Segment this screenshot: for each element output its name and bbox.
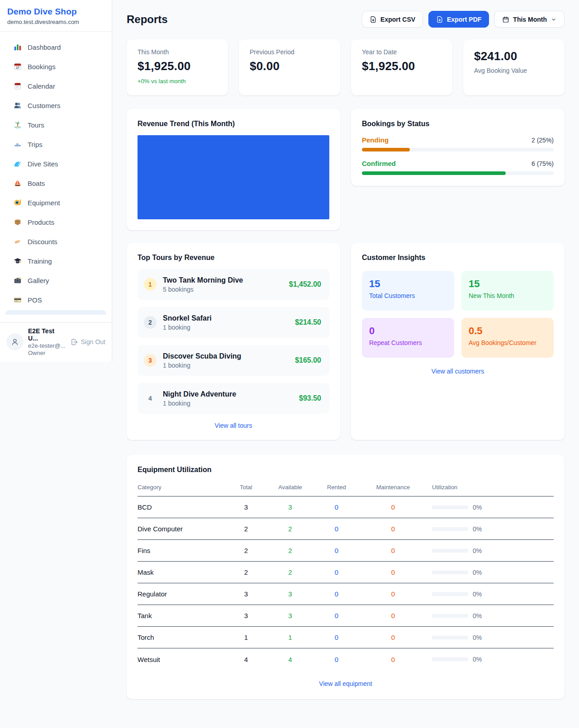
column-header: Total: [223, 484, 269, 491]
sidebar-item-tours[interactable]: Tours: [5, 116, 106, 134]
utilization-pct: 0%: [473, 656, 482, 663]
equipment-category: Tank: [138, 612, 223, 619]
sidebar-item-gallery[interactable]: Gallery: [5, 271, 106, 289]
column-header: Available: [269, 484, 312, 491]
discounts-icon: [14, 237, 22, 246]
stat-card-avg-booking-value: $241.00 Avg Booking Value: [463, 39, 565, 95]
equipment-maintenance: 0: [361, 656, 425, 663]
rank-badge: 2: [144, 316, 157, 329]
export-pdf-label: Export PDF: [447, 16, 481, 23]
sidebar-nav: Dashboard 17 Bookings Calendar Customers…: [0, 32, 112, 322]
equipment-maintenance: 0: [361, 612, 425, 619]
sidebar-item-label: Training: [28, 257, 52, 265]
utilization-pct: 0%: [473, 612, 482, 619]
sidebar-item-dive-sites[interactable]: Dive Sites: [5, 155, 106, 173]
main-content: Reports Export CSV Export PDF This Month…: [112, 0, 579, 726]
calendar-icon: [14, 82, 22, 90]
view-all-equipment-link[interactable]: View all equipment: [138, 680, 554, 687]
equipment-category: Dive Computer: [138, 525, 223, 533]
sidebar-item-products[interactable]: Products: [5, 213, 106, 231]
table-row: BCD 3 3 0 0 0%: [138, 496, 554, 518]
sidebar-item-label: Tours: [28, 121, 44, 129]
bookings-by-status-card: Bookings by Status Pending 2 (25%) Confi…: [351, 109, 565, 186]
stat-value: $0.00: [250, 59, 329, 73]
insight-label: Repeat Customers: [369, 339, 447, 346]
view-all-tours-link[interactable]: View all tours: [138, 422, 329, 429]
utilization-bar: [432, 549, 468, 553]
equipment-rented: 0: [312, 656, 361, 663]
equipment-utilization-card: Equipment Utilization Category Total Ava…: [127, 455, 565, 699]
calendar-outline-icon: [502, 16, 509, 23]
equipment-category: Torch: [138, 633, 223, 641]
sidebar-item-label: Boats: [28, 180, 45, 187]
top-tours-title: Top Tours by Revenue: [138, 254, 329, 262]
shop-name: Demo Dive Shop: [7, 7, 104, 17]
training-icon: [14, 257, 22, 265]
user-role: Owner: [28, 350, 66, 356]
insight-total-customers: 15 Total Customers: [362, 271, 454, 311]
tour-bookings: 1 booking: [163, 362, 289, 369]
sidebar-item-label: Dashboard: [28, 43, 61, 51]
equipment-total: 3: [223, 503, 269, 511]
table-row: Dive Computer 2 2 0 0 0%: [138, 518, 554, 540]
column-header: Rented: [312, 484, 361, 491]
export-pdf-button[interactable]: Export PDF: [428, 11, 489, 28]
utilization-bar: [432, 506, 468, 509]
sidebar-item-pos[interactable]: POS: [5, 291, 106, 309]
sidebar-item-label: Dive Sites: [28, 160, 58, 168]
equipment-rented: 0: [312, 612, 361, 619]
utilization-pct: 0%: [473, 504, 482, 511]
customer-insights-title: Customer Insights: [362, 254, 554, 262]
insight-value: 0: [369, 325, 447, 337]
sidebar-item-reports-active[interactable]: [5, 310, 106, 315]
revenue-trend-title: Revenue Trend (This Month): [138, 120, 329, 128]
sidebar-item-training[interactable]: Training: [5, 252, 106, 270]
equipment-category: Mask: [138, 568, 223, 576]
insights-grid: 15 Total Customers 15 New This Month 0 R…: [362, 271, 554, 358]
sidebar-item-bookings[interactable]: 17 Bookings: [5, 57, 106, 76]
sidebar-item-discounts[interactable]: Discounts: [5, 232, 106, 251]
tour-revenue: $93.50: [299, 394, 321, 402]
page-header: Reports Export CSV Export PDF This Month: [127, 11, 565, 28]
insight-label: Total Customers: [369, 292, 447, 299]
sidebar-item-calendar[interactable]: Calendar: [5, 77, 106, 95]
stat-value: $241.00: [474, 49, 554, 63]
sidebar-item-label: Calendar: [28, 82, 55, 90]
sign-out-button[interactable]: Sign Out: [71, 338, 105, 346]
utilization-bar: [432, 571, 468, 574]
customer-insights-card: Customer Insights 15 Total Customers 15 …: [351, 243, 565, 440]
equipment-maintenance: 0: [361, 633, 425, 641]
user-name: E2E Test U...: [28, 327, 66, 342]
tour-revenue: $165.00: [295, 356, 321, 364]
rank-badge: 4: [144, 392, 157, 405]
equipment-available: 2: [269, 568, 312, 576]
equipment-maintenance: 0: [361, 503, 425, 511]
sidebar-item-equipment[interactable]: Equipment: [5, 194, 106, 212]
utilization-pct: 0%: [473, 591, 482, 598]
boats-icon: [14, 179, 22, 187]
sidebar-item-label: Discounts: [28, 238, 57, 246]
stat-label: Year to Date: [362, 48, 441, 56]
equipment-available: 2: [269, 525, 312, 533]
equipment-category: Wetsuit: [138, 656, 223, 663]
status-count: 2 (25%): [532, 137, 554, 144]
equipment-rented: 0: [312, 525, 361, 533]
file-download-icon: [436, 16, 443, 23]
sidebar-item-trips[interactable]: Trips: [5, 135, 106, 153]
file-download-icon: [370, 16, 377, 23]
sidebar-item-dashboard[interactable]: Dashboard: [5, 38, 106, 56]
revenue-trend-chart: [138, 135, 329, 219]
equipment-category: Fins: [138, 547, 223, 554]
status-label: Pending: [362, 136, 389, 144]
equipment-rented: 0: [312, 547, 361, 554]
status-row-confirmed: Confirmed 6 (75%): [362, 160, 554, 175]
revenue-trend-card: Revenue Trend (This Month): [127, 109, 340, 230]
sidebar-item-customers[interactable]: Customers: [5, 96, 106, 114]
sidebar-item-boats[interactable]: Boats: [5, 174, 106, 192]
tour-row: 1 Two Tank Morning Dive 5 bookings $1,45…: [138, 269, 329, 300]
period-label: This Month: [513, 16, 547, 23]
export-csv-button[interactable]: Export CSV: [362, 11, 423, 28]
view-all-customers-link[interactable]: View all customers: [362, 368, 554, 375]
column-header: Maintenance: [361, 484, 425, 491]
period-dropdown[interactable]: This Month: [494, 11, 565, 28]
